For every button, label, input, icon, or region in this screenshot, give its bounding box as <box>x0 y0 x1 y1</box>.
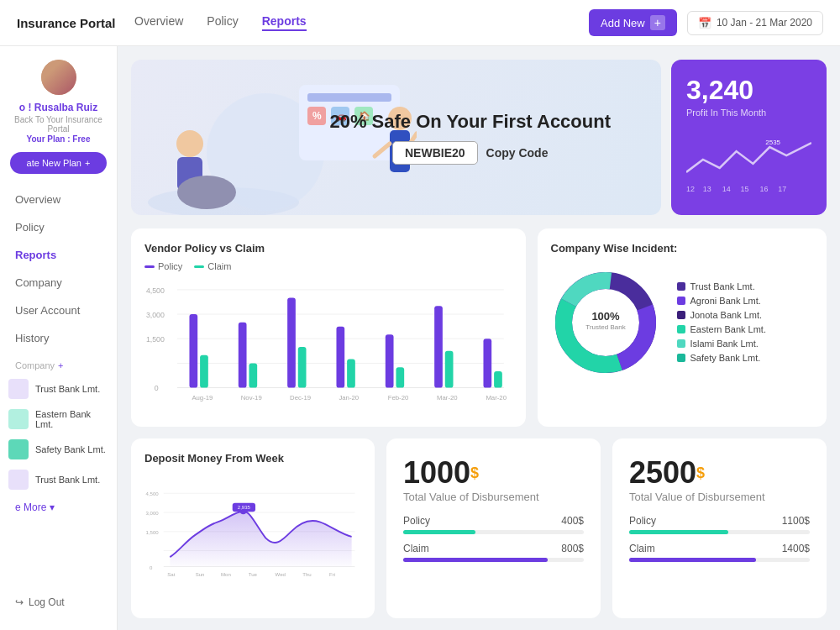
svg-text:Fri: Fri <box>329 572 335 577</box>
create-label: ate New Plan <box>27 158 81 168</box>
sidebar-item-history[interactable]: History <box>0 324 117 352</box>
profit-number: 3,240 <box>686 75 811 106</box>
date-range-picker[interactable]: 📅 10 Jan - 21 Mar 2020 <box>687 11 823 35</box>
svg-text:Jan-20: Jan-20 <box>339 394 359 402</box>
svg-text:100%: 100% <box>591 310 620 323</box>
sidebar-item-policy[interactable]: Policy <box>0 213 117 241</box>
sidebar-item-company[interactable]: Company <box>0 269 117 297</box>
incident-chart-card: Company Wise Incident: 100% Trusted Bank <box>538 228 827 427</box>
deposit-card: Deposit Money From Week 4,500 3,000 1,50 <box>131 438 375 618</box>
logout-button[interactable]: ↪ Log Out <box>0 588 117 617</box>
bank-name-0: Trust Bank Lmt. <box>35 384 100 394</box>
svg-text:1,500: 1,500 <box>146 335 165 344</box>
svg-point-13 <box>177 176 236 209</box>
disb2-policy-row: Policy 1100$ <box>629 515 810 534</box>
disb1-policy-label: Policy <box>403 515 430 527</box>
chart-legend: Policy Claim <box>144 261 512 271</box>
label-safety: Safety Bank Lmt. <box>690 353 761 363</box>
disb1-currency: $ <box>470 465 479 481</box>
main-nav: Overview Policy Reports <box>134 14 307 31</box>
svg-text:3,000: 3,000 <box>146 511 160 516</box>
donut-label-2: Jonota Bank Lmt. <box>677 310 767 320</box>
svg-rect-44 <box>347 360 355 388</box>
svg-text:2535: 2535 <box>765 139 780 146</box>
more-link[interactable]: e More ▾ <box>0 495 117 520</box>
sidebar-item-reports[interactable]: Reports <box>0 241 117 269</box>
vendor-bar-chart: 4,500 3,000 1,500 0 Aug-19 Nov-19 Dec-19 <box>144 280 512 410</box>
svg-text:1,500: 1,500 <box>146 530 160 535</box>
disb1-policy-row: Policy 400$ <box>403 515 584 534</box>
bank-icon-0 <box>8 379 29 399</box>
svg-text:Tue: Tue <box>249 572 258 577</box>
svg-text:15: 15 <box>741 185 749 193</box>
dot-safety <box>677 354 685 362</box>
promo-text: 20% Safe On Your First Account NEWBIE20 … <box>329 111 611 165</box>
sidebar-item-overview[interactable]: Overview <box>0 186 117 213</box>
disbursement-card-1: 1000$ Total Value of Disbursement Policy… <box>386 438 601 618</box>
copy-code-button[interactable]: Copy Code <box>486 146 549 160</box>
sidebar-item-user-account[interactable]: User Account <box>0 297 117 324</box>
disb1-claim-label-row: Claim 800$ <box>403 543 584 554</box>
label-agroni: Agroni Bank Lmt. <box>690 296 761 306</box>
svg-rect-3 <box>307 93 391 102</box>
svg-rect-49 <box>434 306 443 387</box>
svg-point-11 <box>176 130 203 157</box>
bank-icon-2 <box>8 439 29 459</box>
bank-item-3[interactable]: Trust Bank Lmt. <box>0 465 117 495</box>
bank-name-2: Safety Bank Lmt. <box>35 444 106 454</box>
disb2-amount: 2500 <box>629 455 696 490</box>
disb1-claim-bar-bg <box>403 558 584 562</box>
disb1-policy-bar <box>403 530 475 534</box>
user-plan: Your Plan : Free <box>0 134 117 152</box>
nav-policy[interactable]: Policy <box>207 14 238 31</box>
charts-row: Vendor Policy vs Claim Policy Claim <box>131 228 827 427</box>
bank-item-2[interactable]: Safety Bank Lmt. <box>0 434 117 465</box>
svg-text:4,500: 4,500 <box>146 491 160 496</box>
profit-stats-card: 3,240 Profit In This Month 12 13 14 15 <box>671 60 827 215</box>
bank-icon-3 <box>8 470 29 490</box>
disb2-policy-value: 1100$ <box>782 515 810 527</box>
donut-chart: 100% Trusted Bank <box>551 268 660 381</box>
disb2-claim-label-row: Claim 1400$ <box>629 543 810 554</box>
legend-claim-label: Claim <box>207 261 231 271</box>
plus-icon: + <box>650 15 665 30</box>
disb1-policy-value: 400$ <box>561 515 584 527</box>
create-plan-button[interactable]: ate New Plan + <box>10 152 107 174</box>
svg-text:Aug-19: Aug-19 <box>192 394 213 402</box>
label-islami: Islami Bank Lmt. <box>690 339 759 349</box>
bank-item-0[interactable]: Trust Bank Lmt. <box>0 374 117 404</box>
svg-rect-34 <box>189 314 197 388</box>
svg-text:Feb-20: Feb-20 <box>388 394 409 402</box>
avatar <box>41 60 76 95</box>
sidebar: o ! Rusalba Ruiz Back To Your Insurance … <box>0 46 118 630</box>
label-trust: Trust Bank Lmt. <box>690 281 755 291</box>
disb2-claim-label: Claim <box>629 543 655 554</box>
bank-icon-1 <box>8 409 29 429</box>
disb1-policy-label-row: Policy 400$ <box>403 515 584 527</box>
chevron-down-icon: ▾ <box>50 501 55 513</box>
svg-text:4,500: 4,500 <box>146 286 165 295</box>
main-content: % 🚗 🏠 20% Safe On Your First Account <box>118 46 840 630</box>
donut-container: 100% Trusted Bank Trust Bank Lmt. Agroni… <box>551 261 814 381</box>
add-new-button[interactable]: Add New + <box>589 9 677 36</box>
legend-dot-claim <box>194 265 204 268</box>
svg-text:Mon: Mon <box>221 572 231 577</box>
label-jonota: Jonota Bank Lmt. <box>690 310 763 320</box>
nav-reports[interactable]: Reports <box>262 14 307 31</box>
disb1-claim-label: Claim <box>403 543 429 554</box>
svg-rect-40 <box>287 298 296 388</box>
disb2-policy-bar-bg <box>629 530 810 534</box>
svg-rect-43 <box>336 327 344 388</box>
disb1-policy-bar-bg <box>403 530 584 534</box>
bank-item-1[interactable]: Eastern Bank Lmt. <box>0 404 117 434</box>
svg-text:%: % <box>312 110 322 122</box>
dot-eastern <box>677 325 685 333</box>
svg-text:16: 16 <box>759 185 768 193</box>
svg-text:12: 12 <box>686 185 695 193</box>
add-company-icon[interactable]: + <box>58 360 63 370</box>
disb2-claim-bar <box>629 558 756 562</box>
avatar-image <box>41 60 76 95</box>
nav-overview[interactable]: Overview <box>134 14 183 31</box>
donut-label-5: Safety Bank Lmt. <box>677 353 767 363</box>
promo-banner: % 🚗 🏠 20% Safe On Your First Account <box>131 60 661 215</box>
